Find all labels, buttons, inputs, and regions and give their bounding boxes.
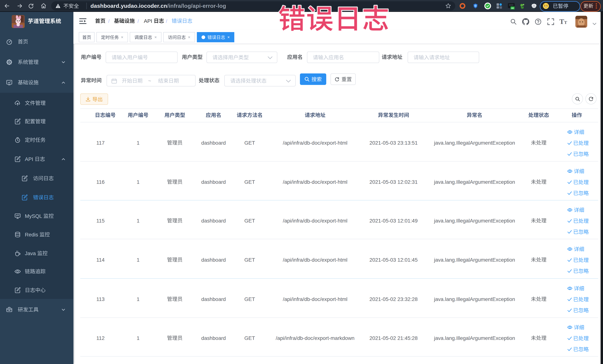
svg-text:on: on [511, 7, 514, 9]
